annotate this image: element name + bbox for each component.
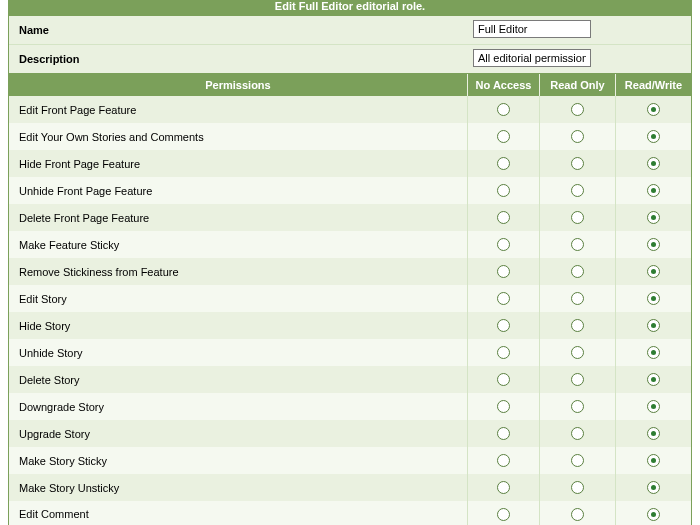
permissions-header-row: Permissions No Access Read Only Read/Wri… (9, 74, 692, 96)
permission-row: Remove Stickiness from Feature (9, 258, 692, 285)
radio-cell-none (468, 474, 540, 501)
radio-none[interactable] (497, 211, 510, 224)
radio-cell-ro (540, 393, 616, 420)
permission-label: Make Story Sticky (9, 447, 468, 474)
radio-cell-none (468, 447, 540, 474)
form-section: Name Description (8, 16, 692, 74)
permission-label: Delete Front Page Feature (9, 204, 468, 231)
permission-row: Hide Story (9, 312, 692, 339)
radio-rw[interactable] (647, 400, 660, 413)
page-header: Edit Full Editor editorial role. (8, 0, 692, 16)
radio-cell-ro (540, 474, 616, 501)
permission-label: Delete Story (9, 366, 468, 393)
permission-row: Delete Story (9, 366, 692, 393)
radio-rw[interactable] (647, 292, 660, 305)
radio-cell-ro (540, 231, 616, 258)
radio-rw[interactable] (647, 265, 660, 278)
radio-rw[interactable] (647, 319, 660, 332)
name-input[interactable] (473, 20, 591, 38)
radio-cell-rw (616, 150, 692, 177)
radio-none[interactable] (497, 130, 510, 143)
radio-rw[interactable] (647, 373, 660, 386)
radio-none[interactable] (497, 508, 510, 521)
radio-cell-rw (616, 447, 692, 474)
radio-rw[interactable] (647, 103, 660, 116)
permissions-body: Edit Front Page FeatureEdit Your Own Sto… (9, 96, 692, 525)
permission-label: Edit Comment (9, 501, 468, 525)
permission-row: Unhide Story (9, 339, 692, 366)
permission-row: Unhide Front Page Feature (9, 177, 692, 204)
radio-rw[interactable] (647, 508, 660, 521)
radio-none[interactable] (497, 292, 510, 305)
radio-none[interactable] (497, 373, 510, 386)
radio-cell-rw (616, 393, 692, 420)
radio-ro[interactable] (571, 427, 584, 440)
radio-none[interactable] (497, 265, 510, 278)
radio-none[interactable] (497, 454, 510, 467)
radio-ro[interactable] (571, 373, 584, 386)
radio-cell-rw (616, 177, 692, 204)
page-title: Edit Full Editor editorial role. (275, 0, 425, 12)
radio-none[interactable] (497, 184, 510, 197)
permission-label: Edit Front Page Feature (9, 96, 468, 123)
permission-row: Upgrade Story (9, 420, 692, 447)
radio-ro[interactable] (571, 211, 584, 224)
radio-ro[interactable] (571, 103, 584, 116)
radio-ro[interactable] (571, 292, 584, 305)
radio-rw[interactable] (647, 157, 660, 170)
radio-cell-ro (540, 204, 616, 231)
permission-label: Downgrade Story (9, 393, 468, 420)
radio-ro[interactable] (571, 265, 584, 278)
description-input[interactable] (473, 49, 591, 67)
radio-cell-ro (540, 123, 616, 150)
radio-rw[interactable] (647, 454, 660, 467)
radio-cell-ro (540, 339, 616, 366)
radio-cell-rw (616, 96, 692, 123)
radio-ro[interactable] (571, 238, 584, 251)
radio-rw[interactable] (647, 184, 660, 197)
permission-label: Edit Story (9, 285, 468, 312)
radio-none[interactable] (497, 427, 510, 440)
radio-none[interactable] (497, 238, 510, 251)
radio-cell-none (468, 393, 540, 420)
radio-none[interactable] (497, 400, 510, 413)
permission-label: Hide Story (9, 312, 468, 339)
radio-cell-none (468, 312, 540, 339)
description-label: Description (9, 45, 465, 73)
col-header-permissions: Permissions (9, 74, 468, 96)
radio-none[interactable] (497, 103, 510, 116)
radio-none[interactable] (497, 319, 510, 332)
radio-cell-ro (540, 177, 616, 204)
col-header-no-access: No Access (468, 74, 540, 96)
radio-cell-none (468, 231, 540, 258)
radio-ro[interactable] (571, 184, 584, 197)
radio-ro[interactable] (571, 454, 584, 467)
col-header-read-write: Read/Write (616, 74, 692, 96)
radio-rw[interactable] (647, 130, 660, 143)
permission-row: Downgrade Story (9, 393, 692, 420)
radio-ro[interactable] (571, 319, 584, 332)
radio-cell-rw (616, 420, 692, 447)
radio-rw[interactable] (647, 211, 660, 224)
permission-row: Edit Front Page Feature (9, 96, 692, 123)
radio-none[interactable] (497, 481, 510, 494)
radio-ro[interactable] (571, 400, 584, 413)
radio-rw[interactable] (647, 346, 660, 359)
radio-ro[interactable] (571, 130, 584, 143)
radio-cell-ro (540, 285, 616, 312)
radio-none[interactable] (497, 157, 510, 170)
radio-ro[interactable] (571, 481, 584, 494)
radio-ro[interactable] (571, 157, 584, 170)
radio-rw[interactable] (647, 427, 660, 440)
radio-none[interactable] (497, 346, 510, 359)
radio-cell-ro (540, 96, 616, 123)
permission-row: Edit Your Own Stories and Comments (9, 123, 692, 150)
radio-ro[interactable] (571, 346, 584, 359)
radio-rw[interactable] (647, 238, 660, 251)
radio-ro[interactable] (571, 508, 584, 521)
radio-cell-none (468, 366, 540, 393)
radio-cell-rw (616, 204, 692, 231)
col-header-read-only: Read Only (540, 74, 616, 96)
radio-rw[interactable] (647, 481, 660, 494)
permission-row: Edit Story (9, 285, 692, 312)
